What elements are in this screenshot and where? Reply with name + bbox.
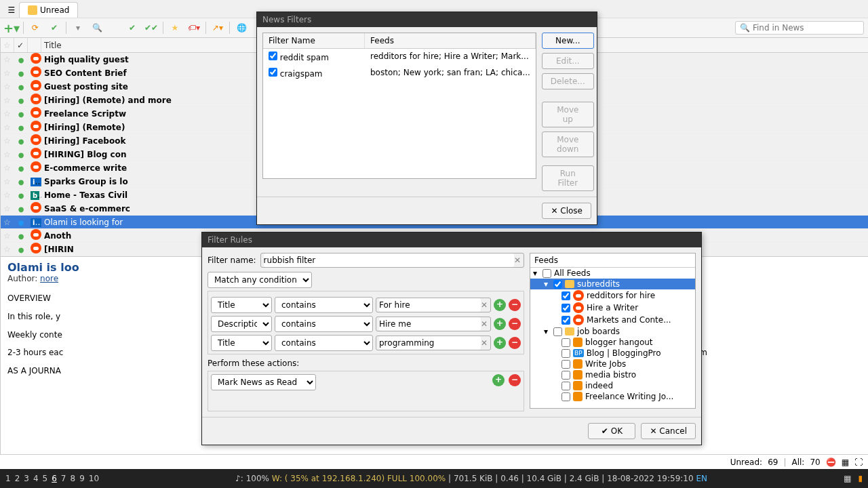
check-all-icon[interactable]: ✔✔ xyxy=(144,20,159,35)
new-button[interactable]: New... xyxy=(542,33,594,49)
add-cond-icon[interactable]: + xyxy=(494,318,506,330)
value-input[interactable] xyxy=(379,298,481,312)
tab-unread[interactable]: Unread xyxy=(19,2,78,18)
news-filters-dialog: News Filters Filter Name Feeds reddit sp… xyxy=(256,12,597,225)
field-select[interactable]: Title xyxy=(211,335,272,351)
unread-label: Unread: xyxy=(730,458,762,467)
col-read[interactable]: ✓ xyxy=(14,38,28,52)
datetime: 18-08-2022 19:59:10 xyxy=(607,474,693,483)
search-icon[interactable]: 🔍 xyxy=(90,20,104,35)
unread-count: 69 xyxy=(768,458,778,467)
globe-icon[interactable]: 🌐 xyxy=(234,20,249,35)
remove-cond-icon[interactable]: − xyxy=(509,318,521,330)
remove-cond-icon[interactable]: − xyxy=(509,299,521,311)
net: 701.5 KiB | 0.46 | 10.4 GiB | 2.4 GiB xyxy=(454,474,599,483)
disk: FULL 100.00% xyxy=(387,474,446,483)
field-select[interactable]: Title xyxy=(211,297,272,313)
add-action-icon[interactable]: + xyxy=(492,374,505,386)
match-select[interactable]: Match any condition xyxy=(208,272,312,288)
delete-button[interactable]: Delete... xyxy=(542,73,594,89)
share-icon[interactable]: ↗▾ xyxy=(210,20,225,35)
feed-jobboards[interactable]: ▾ job boards xyxy=(530,326,695,337)
taskbar: 12345678910 ♪: 100% W: ( 35% at 192.168.… xyxy=(0,469,868,488)
workspace-4[interactable]: 4 xyxy=(33,474,39,483)
ok-button[interactable]: ✔ OK xyxy=(588,423,635,439)
check-icon[interactable]: ✔ xyxy=(125,20,140,35)
op-select[interactable]: contains xyxy=(275,335,373,351)
clear-icon[interactable]: ✕ xyxy=(481,338,488,348)
folder-icon xyxy=(565,327,574,336)
filter-col-feeds[interactable]: Feeds xyxy=(365,33,536,48)
feed-item[interactable]: indeed xyxy=(530,380,695,391)
workspace-6[interactable]: 6 xyxy=(52,474,57,483)
clear-icon[interactable]: ✕ xyxy=(481,319,488,329)
run-filter-button[interactable]: Run Filter xyxy=(542,165,594,191)
filter-row[interactable]: craigspamboston; New york; san fran; LA;… xyxy=(263,65,536,81)
remove-action-icon[interactable]: − xyxy=(509,374,521,386)
remove-cond-icon[interactable]: − xyxy=(509,337,521,349)
value-input[interactable] xyxy=(379,317,481,331)
action-select[interactable]: Mark News as Read xyxy=(211,374,316,390)
preview-author[interactable]: nore xyxy=(40,274,58,283)
filter-icon[interactable]: ▾ xyxy=(71,20,85,35)
condition-row: Descriptioncontains✕+− xyxy=(211,316,521,332)
feed-item[interactable]: redditors for hire xyxy=(530,289,695,302)
op-select[interactable]: contains xyxy=(275,316,373,332)
field-select[interactable]: Description xyxy=(211,316,272,332)
refresh-icon[interactable]: ⟳ xyxy=(28,20,43,35)
dialog-title[interactable]: News Filters xyxy=(257,12,597,27)
wifi: W: ( 35% at 192.168.1.240) xyxy=(272,474,384,483)
fullscreen-icon[interactable]: ⛶ xyxy=(854,458,863,467)
feed-item[interactable]: media bistro xyxy=(530,369,695,380)
workspace-7[interactable]: 7 xyxy=(61,474,66,483)
add-button[interactable]: +▾ xyxy=(4,20,19,35)
tray-icon[interactable]: ▦ xyxy=(844,474,851,483)
filter-name-label: Filter name: xyxy=(208,256,256,265)
workspace-10[interactable]: 10 xyxy=(89,474,99,483)
op-select[interactable]: contains xyxy=(275,297,373,313)
filter-name-input[interactable] xyxy=(264,253,514,267)
col-star[interactable]: ☆ xyxy=(1,38,14,52)
feed-item[interactable]: BP Blog | BloggingPro xyxy=(530,348,695,359)
windows-icon[interactable]: ▦ xyxy=(842,458,849,467)
value-input[interactable] xyxy=(379,336,481,350)
feed-item[interactable]: Freelance Writing Jo... xyxy=(530,391,695,402)
app-menu-icon[interactable]: ☰ xyxy=(4,3,19,18)
feed-item[interactable]: blogger hangout xyxy=(530,337,695,348)
workspace-1[interactable]: 1 xyxy=(5,474,11,483)
feed-all[interactable]: ▾ All Feeds xyxy=(530,268,695,279)
feed-item[interactable]: Write Jobs xyxy=(530,359,695,369)
feed-item[interactable]: Markets and Conte... xyxy=(530,314,695,326)
search-field[interactable] xyxy=(753,23,859,33)
stop-icon[interactable]: ⛔ xyxy=(826,458,836,467)
dialog-title[interactable]: Filter Rules xyxy=(202,232,701,247)
workspace-5[interactable]: 5 xyxy=(43,474,48,483)
clear-icon[interactable]: ✕ xyxy=(481,300,488,310)
clear-icon[interactable]: ✕ xyxy=(514,256,521,265)
workspace-8[interactable]: 8 xyxy=(70,474,75,483)
move-down-button[interactable]: Move down xyxy=(542,131,594,157)
rss-tray-icon[interactable]: ▮ xyxy=(858,474,863,483)
actions-label: Perform these actions: xyxy=(208,359,524,368)
workspaces[interactable]: 12345678910 xyxy=(5,474,99,483)
folder-icon xyxy=(28,5,37,15)
workspace-3[interactable]: 3 xyxy=(24,474,29,483)
cancel-button[interactable]: ✕ Cancel xyxy=(641,423,696,439)
tag-icon[interactable]: 🏷▾ xyxy=(186,20,201,35)
edit-button[interactable]: Edit... xyxy=(542,53,594,69)
feeds-header: Feeds xyxy=(530,253,695,268)
mark-read-icon[interactable]: ✔ xyxy=(47,20,62,35)
filter-col-name[interactable]: Filter Name xyxy=(263,33,365,48)
filter-rules-dialog: Filter Rules Filter name: ✕ Match any co… xyxy=(201,232,702,445)
move-up-button[interactable]: Move up xyxy=(542,102,594,127)
star-icon[interactable]: ★ xyxy=(167,20,182,35)
workspace-9[interactable]: 9 xyxy=(79,474,85,483)
add-cond-icon[interactable]: + xyxy=(494,337,506,349)
feed-item[interactable]: Hire a Writer xyxy=(530,302,695,314)
filter-row[interactable]: reddit spamredditors for hire; Hire a Wr… xyxy=(263,49,536,65)
close-button[interactable]: ✕ Close xyxy=(542,203,591,219)
search-input[interactable]: 🔍 xyxy=(735,21,864,35)
add-cond-icon[interactable]: + xyxy=(494,299,506,311)
workspace-2[interactable]: 2 xyxy=(15,474,20,483)
feed-subreddits[interactable]: ▾ subreddits xyxy=(530,279,695,289)
